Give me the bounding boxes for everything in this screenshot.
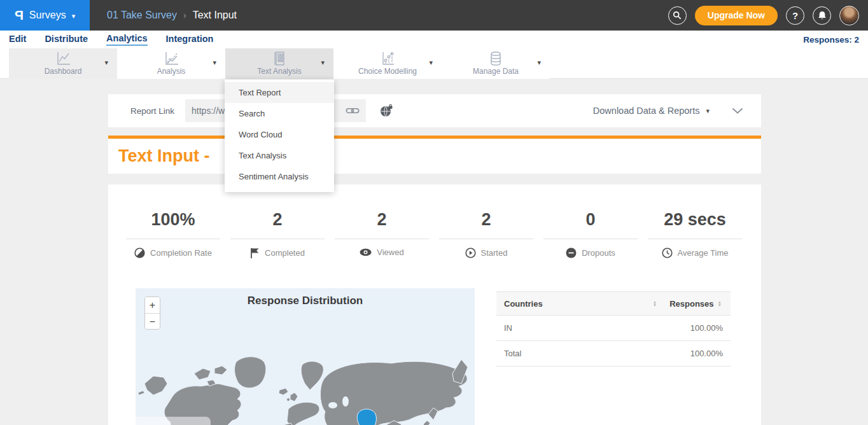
- breadcrumb-survey-link[interactable]: 01 Take Survey: [107, 10, 177, 21]
- tab-choice-modelling[interactable]: Choice Modelling ▾: [333, 48, 442, 79]
- user-avatar[interactable]: [839, 6, 859, 25]
- public-report-button[interactable]: [380, 104, 393, 117]
- question-title-band: Text Input -: [108, 139, 761, 174]
- chevron-down-icon: [732, 108, 743, 114]
- stat-value: 29 secs: [664, 210, 726, 230]
- map-zoom-out-button[interactable]: −: [145, 313, 160, 329]
- stat-label: Dropouts: [582, 248, 615, 258]
- stat-viewed: 2 Viewed: [330, 210, 434, 258]
- tab-dashboard[interactable]: Dashboard ▾: [9, 48, 117, 79]
- eye-icon: [360, 248, 372, 256]
- tab-dashboard-label: Dashboard: [45, 67, 82, 76]
- upgrade-now-button[interactable]: Upgrade Now: [695, 6, 778, 25]
- menu-item-text-report[interactable]: Text Report: [225, 82, 334, 103]
- menu-item-search[interactable]: Search: [225, 103, 334, 124]
- stat-value: 2: [377, 210, 386, 230]
- breadcrumb: 01 Take Survey › Text Input: [107, 10, 237, 21]
- menu-item-sentiment-analysis[interactable]: Sentiment Analysis: [225, 166, 334, 187]
- multi-line-chart-icon: [163, 51, 179, 66]
- countries-table-header[interactable]: Countries ▲▼ Responses ▲▼: [496, 291, 731, 316]
- tab-text-analysis[interactable]: Text Analysis ▾: [225, 48, 333, 79]
- caret-down-icon[interactable]: ▾: [429, 59, 433, 67]
- stat-dropouts: 0 Dropouts: [538, 210, 643, 258]
- download-data-reports-label: Download Data & Reports: [593, 106, 700, 116]
- tab-manage-data[interactable]: Manage Data ▾: [442, 48, 550, 79]
- response-distribution-map[interactable]: Response Distribution + −: [136, 288, 475, 425]
- stat-average-time: 29 secs Average Time: [643, 210, 747, 258]
- top-header: P Surveys ▾ 01 Take Survey › Text Input …: [0, 0, 868, 31]
- sort-icon[interactable]: ▲▼: [653, 300, 657, 307]
- caret-down-icon[interactable]: ▾: [104, 59, 108, 67]
- scatter-chart-icon: [379, 51, 396, 66]
- clock-icon: [662, 247, 673, 258]
- search-button[interactable]: [668, 6, 687, 25]
- surveys-menu[interactable]: P Surveys ▾: [0, 0, 90, 31]
- responses-column-header[interactable]: Responses: [669, 299, 713, 309]
- map-title: Response Distribution: [136, 295, 475, 307]
- question-mark-icon: ?: [792, 10, 798, 21]
- brand-label: Surveys: [29, 10, 66, 21]
- caret-down-icon[interactable]: ▾: [213, 59, 216, 67]
- breadcrumb-separator: ›: [183, 10, 186, 20]
- stat-value: 2: [481, 210, 491, 230]
- text-report-icon: [272, 51, 287, 66]
- stat-value: 2: [272, 210, 282, 230]
- bell-icon: [818, 11, 827, 20]
- report-link-card: Report Link https://ww Download Data & R…: [108, 94, 761, 127]
- country-cell: IN: [504, 323, 690, 333]
- collapse-section-button[interactable]: [732, 108, 743, 114]
- stat-completion-rate: 100% Completion Rate: [121, 210, 225, 258]
- map-attribution: [136, 417, 211, 425]
- responses-cell: 100.00%: [690, 323, 723, 333]
- stat-label: Started: [481, 248, 508, 258]
- table-row: Total 100.00%: [496, 341, 731, 366]
- nav-distribute[interactable]: Distribute: [45, 34, 88, 45]
- sort-icon[interactable]: ▲▼: [718, 300, 722, 307]
- analytics-toolbar: Dashboard ▾ Analysis ▾ Text Analysis ▾ C…: [0, 48, 868, 79]
- stat-label: Average Time: [678, 248, 729, 258]
- download-data-reports-dropdown[interactable]: Download Data & Reports ▾: [593, 106, 710, 116]
- database-icon: [488, 51, 503, 66]
- flag-icon: [250, 247, 260, 258]
- countries-column-header[interactable]: Countries: [504, 299, 653, 309]
- stat-label: Completed: [265, 248, 305, 258]
- line-chart-icon: [55, 51, 71, 66]
- search-icon: [673, 11, 682, 20]
- notifications-button[interactable]: [813, 6, 831, 25]
- countries-table: Countries ▲▼ Responses ▲▼ IN 100.00% Tot…: [496, 291, 731, 366]
- nav-integration[interactable]: Integration: [166, 34, 214, 45]
- help-button[interactable]: ?: [786, 6, 804, 25]
- stat-completed: 2 Completed: [225, 210, 330, 258]
- half-circle-icon: [134, 247, 145, 258]
- map-country-india: [357, 409, 376, 425]
- responses-cell: 100.00%: [690, 349, 723, 358]
- analytics-card: 100% Completion Rate 2 Completed 2: [108, 185, 761, 425]
- survey-nav: Edit Distribute Analytics Integration Re…: [0, 31, 868, 48]
- nav-analytics[interactable]: Analytics: [106, 33, 147, 46]
- nav-edit[interactable]: Edit: [9, 34, 26, 45]
- tab-analysis[interactable]: Analysis ▾: [117, 48, 225, 79]
- stats-row: 100% Completion Rate 2 Completed 2: [121, 210, 748, 258]
- table-row: IN 100.00%: [496, 316, 731, 341]
- menu-item-word-cloud[interactable]: Word Cloud: [225, 124, 334, 145]
- report-link-label: Report Link: [130, 106, 174, 116]
- questionpro-logo-icon: P: [15, 8, 24, 23]
- page-title: Text Input -: [118, 146, 214, 166]
- tab-choice-modelling-label: Choice Modelling: [358, 67, 417, 76]
- copy-link-button[interactable]: [346, 106, 360, 115]
- tab-manage-data-label: Manage Data: [473, 67, 519, 76]
- caret-down-icon: ▾: [706, 107, 710, 115]
- map-zoom-control: + −: [144, 296, 160, 330]
- world-map[interactable]: [136, 351, 475, 425]
- menu-item-text-analysis[interactable]: Text Analysis: [225, 145, 334, 166]
- tab-analysis-label: Analysis: [157, 67, 186, 76]
- caret-down-icon[interactable]: ▾: [537, 59, 541, 67]
- tab-text-analysis-label: Text Analysis: [257, 67, 301, 76]
- app-root: P Surveys ▾ 01 Take Survey › Text Input …: [0, 0, 868, 425]
- map-zoom-in-button[interactable]: +: [145, 297, 160, 313]
- caret-down-icon[interactable]: ▾: [321, 59, 325, 67]
- link-icon: [346, 106, 360, 115]
- globe-lock-icon: [380, 104, 393, 117]
- caret-down-icon: ▾: [72, 12, 76, 20]
- play-circle-icon: [465, 247, 476, 258]
